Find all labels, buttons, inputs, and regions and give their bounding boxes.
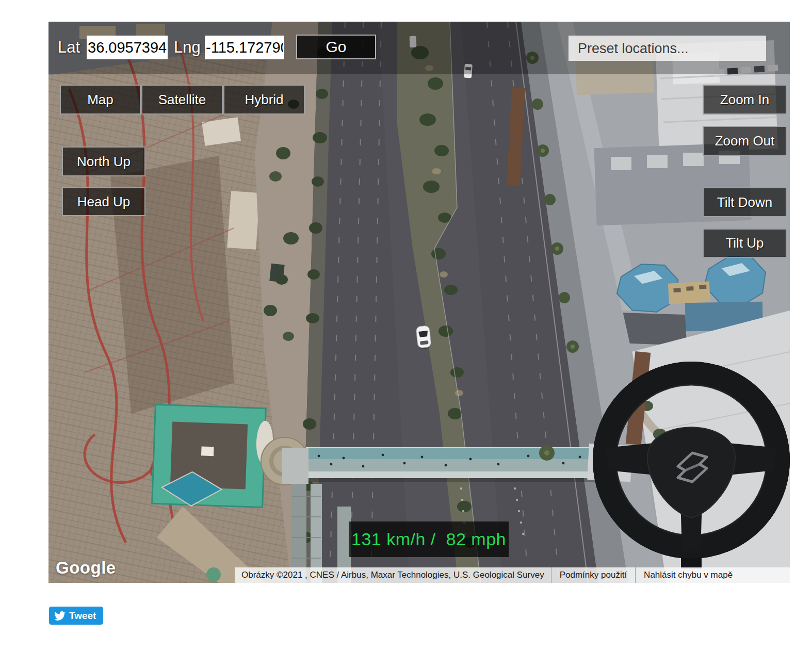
tweet-button-label: Tweet [69,610,96,622]
preset-locations-select[interactable]: Preset locations... [569,36,766,61]
zoom-in-button[interactable]: Zoom In [703,85,787,115]
tilt-down-button[interactable]: Tilt Down [703,187,787,217]
tilt-up-button[interactable]: Tilt Up [703,229,787,258]
speed-display: 131 km/h / 82 mph [349,521,509,557]
lng-input[interactable] [205,36,284,59]
google-logo[interactable]: Google [56,558,116,578]
lat-label: Lat [58,38,80,57]
imagery-credit: Obrázky ©2021 , CNES / Airbus, Maxar Tec… [235,567,551,583]
north-up-button[interactable]: North Up [62,146,145,176]
map-type-button-map[interactable]: Map [60,85,141,115]
head-up-button[interactable]: Head Up [62,187,145,216]
tweet-button[interactable]: Tweet [49,607,103,625]
twitter-bird-icon [54,610,66,622]
map-viewport[interactable]: Lat Lng Go Preset locations... Map Satel… [48,22,790,583]
map-type-button-hybrid[interactable]: Hybrid [223,85,305,115]
lat-input[interactable] [87,36,168,59]
zoom-out-button[interactable]: Zoom Out [703,126,787,156]
map-attribution: Obrázky ©2021 , CNES / Airbus, Maxar Tec… [235,567,790,583]
report-error-link[interactable]: Nahlásit chybu v mapě [635,567,741,583]
terms-link[interactable]: Podmínky použití [551,567,635,583]
page: Lat Lng Go Preset locations... Map Satel… [0,0,812,652]
lng-label: Lng [174,38,201,57]
steering-wheel [591,359,790,568]
map-type-button-satellite[interactable]: Satellite [141,85,223,115]
go-button[interactable]: Go [296,35,376,59]
teal-roof-building [152,404,274,509]
